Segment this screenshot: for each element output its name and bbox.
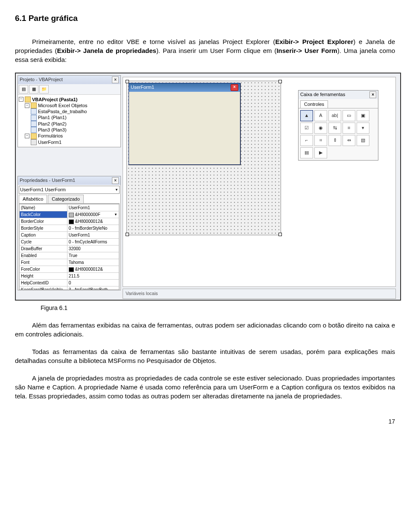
close-icon[interactable]: × [231, 84, 238, 91]
property-row[interactable]: BorderStyle0 - fmBorderStyleNo [20, 225, 119, 232]
property-value[interactable]: &H8000000F ▼ [67, 211, 119, 218]
text: ). Para inserir um User Form clique em ( [156, 47, 277, 54]
section-heading: 6.1 Parte gráfica [15, 13, 395, 24]
property-name: Enabled [20, 252, 67, 259]
toolbar-icon[interactable]: 📁 [39, 85, 49, 94]
toolbox-body: ▲Aab|▭▣☑◉⇆≡▾⌐⌗⇕⇔▧▤▶ [299, 108, 378, 160]
toolbox-tool[interactable]: ▧ [357, 135, 369, 146]
property-value[interactable]: 0 - fmCycleAllForms [67, 239, 119, 246]
toolbox-tool[interactable]: ab| [328, 110, 341, 121]
toolbox-tool[interactable]: ▤ [300, 147, 313, 158]
page-number: 17 [15, 418, 395, 426]
properties-object-selector[interactable]: UserForm1 UserForm ▼ [19, 186, 120, 194]
property-row[interactable]: ForeColor&H80000012& [20, 266, 119, 273]
property-value[interactable]: UserForm1 [67, 205, 119, 211]
text: Primeiramente, entre no editor VBE e tor… [32, 38, 275, 45]
property-row[interactable]: BorderColor&H80000012& [20, 218, 119, 225]
resize-handle-icon[interactable] [278, 233, 282, 236]
color-swatch-icon [69, 219, 74, 224]
property-value[interactable]: &H80000012& [67, 218, 119, 225]
toolbox-tool[interactable]: ≡ [343, 123, 355, 134]
toolbox-tool[interactable]: ⌐ [300, 135, 313, 146]
toolbar-icon[interactable]: ▤ [19, 85, 28, 94]
tab-categorized[interactable]: Categorizado [48, 195, 83, 203]
toolbox-tool[interactable]: ☑ [300, 123, 313, 134]
property-value[interactable]: Tahoma [67, 259, 119, 266]
property-row[interactable]: Cycle0 - fmCycleAllForms [20, 239, 119, 246]
tree-item[interactable]: Plan3 (Plan3) [38, 127, 67, 133]
resize-handle-icon[interactable] [126, 80, 129, 83]
tree-item[interactable]: UserForm1 [38, 139, 62, 145]
project-tree[interactable]: −VBAProject (Pasta1) −Microsoft Excel Ob… [18, 95, 120, 147]
tree-folder-label: Microsoft Excel Objetos [38, 102, 88, 108]
userform-title-text: UserForm1 [131, 84, 154, 91]
toolbox-tool[interactable]: ▣ [357, 110, 369, 121]
tab-alphabetic[interactable]: Alfabético [19, 195, 47, 203]
tree-toggle-icon[interactable]: − [25, 134, 29, 138]
tree-item[interactable]: Plan2 (Plan2) [38, 121, 67, 127]
toolbox-title-text: Caixa de ferramentas [300, 91, 345, 98]
menu-path: Exibir-> Janela de propriedades [57, 47, 156, 54]
property-row[interactable]: FontTahoma [20, 259, 119, 266]
toolbox-tool[interactable]: ⇕ [328, 135, 341, 146]
toolbox-panel[interactable]: Caixa de ferramentas × Controles ▲Aab|▭▣… [298, 90, 378, 161]
properties-grid[interactable]: (Name)UserForm1BackColor&H8000000F ▼Bord… [19, 204, 120, 290]
color-swatch-icon [69, 213, 74, 217]
project-icon [25, 96, 31, 102]
property-value[interactable]: 32000 [67, 246, 119, 252]
property-row[interactable]: Height211.5 [20, 273, 119, 280]
properties-table: (Name)UserForm1BackColor&H8000000F ▼Bord… [19, 204, 119, 290]
toolbox-tool[interactable]: ⌗ [314, 135, 327, 146]
property-row[interactable]: KeepScrollBarsVisible3 - fmScrollBarsBot… [20, 286, 119, 290]
property-row[interactable]: CaptionUserForm1 [20, 232, 119, 239]
resize-handle-icon[interactable] [278, 80, 282, 83]
figure-caption: Figura 6.1 [41, 304, 395, 313]
toolbox-tool[interactable]: ▾ [357, 123, 369, 134]
panel-title-text: Propriedades - UserForm1 [20, 177, 75, 184]
property-name: BorderStyle [20, 225, 67, 232]
close-icon[interactable]: × [112, 76, 119, 83]
property-row[interactable]: HelpContextID0 [20, 280, 119, 286]
tree-item[interactable]: EstaPasta_de_trabalho [38, 108, 87, 114]
vbe-screenshot: Projeto - VBAProject × ▤ ▦ 📁 −VBAProject… [15, 73, 401, 301]
userform-preview[interactable]: UserForm1 × [129, 83, 240, 165]
property-value[interactable]: 0 - fmBorderStyleNo [67, 225, 119, 232]
sheet-icon [31, 108, 37, 114]
toolbox-tool[interactable]: ⇆ [328, 123, 341, 134]
dropdown-icon[interactable]: ▼ [114, 212, 117, 217]
toolbox-tab-controls[interactable]: Controles [300, 100, 328, 108]
property-value[interactable]: 211.5 [67, 273, 119, 280]
toolbox-tool[interactable]: ▶ [314, 147, 327, 158]
toolbox-tool[interactable]: A [314, 110, 327, 121]
property-value[interactable]: 0 [67, 280, 119, 286]
toolbar-icon[interactable]: ▦ [29, 85, 38, 94]
toolbox-tool[interactable]: ◉ [314, 123, 327, 134]
tree-item[interactable]: Plan1 (Plan1) [38, 114, 67, 120]
toolbox-tool[interactable]: ▲ [300, 110, 313, 121]
menu-path: Inserir-> User Form [276, 47, 337, 54]
properties-object-label: UserForm1 UserForm [20, 187, 66, 193]
property-name: BorderColor [20, 218, 67, 225]
close-icon[interactable]: × [112, 177, 119, 184]
body-paragraph: Além das ferramentas exibidas na caixa d… [15, 321, 395, 339]
locals-title-text: Variáveis locais [126, 290, 158, 297]
property-name: DrawBuffer [20, 246, 67, 252]
property-row[interactable]: EnabledTrue [20, 252, 119, 259]
resize-handle-icon[interactable] [126, 233, 129, 236]
property-row[interactable]: BackColor&H8000000F ▼ [20, 211, 119, 218]
tree-toggle-icon[interactable]: − [19, 97, 23, 102]
property-row[interactable]: (Name)UserForm1 [20, 205, 119, 211]
close-icon[interactable]: × [369, 91, 376, 98]
toolbox-tool[interactable]: ▭ [343, 110, 355, 121]
property-value[interactable]: 3 - fmScrollBarsBoth [67, 286, 119, 290]
property-value[interactable]: UserForm1 [67, 232, 119, 239]
designer-canvas[interactable]: UserForm1 × [126, 81, 281, 235]
property-value[interactable]: &H80000012& [67, 266, 119, 273]
sheet-icon [31, 115, 37, 121]
property-name: HelpContextID [20, 280, 67, 286]
property-value[interactable]: True [67, 252, 119, 259]
property-row[interactable]: DrawBuffer32000 [20, 246, 119, 252]
toolbox-tool[interactable]: ⇔ [343, 135, 355, 146]
project-toolbar: ▤ ▦ 📁 [18, 84, 120, 95]
tree-toggle-icon[interactable]: − [25, 103, 29, 108]
